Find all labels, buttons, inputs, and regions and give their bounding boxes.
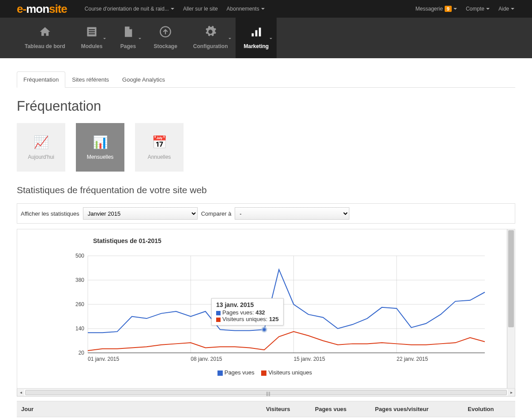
account-label: Compte bbox=[466, 6, 484, 12]
tile-label: Mensuelles bbox=[87, 154, 114, 160]
logo-e: e- bbox=[17, 2, 26, 16]
th-pages[interactable]: Pages vues bbox=[311, 401, 371, 417]
svg-text:22 janv. 2015: 22 janv. 2015 bbox=[397, 356, 428, 362]
tab-referrers[interactable]: Sites référents bbox=[65, 71, 116, 88]
caret-down-icon bbox=[103, 38, 106, 39]
account-dropdown[interactable]: Compte bbox=[461, 6, 494, 12]
horizontal-scrollbar[interactable]: ◂ ∥∥ ▸ bbox=[17, 389, 515, 397]
chart-inner: Statistiques de 01-2015 2014026038050001… bbox=[17, 229, 507, 388]
cell-pages: 120 bbox=[311, 417, 371, 419]
subscriptions-dropdown[interactable]: Abonnements bbox=[222, 6, 269, 12]
scrollbar-thumb[interactable] bbox=[508, 230, 514, 327]
site-name-dropdown[interactable]: Course d'orientation de nuit & raid... bbox=[80, 6, 179, 12]
cell-visitors: 31 bbox=[262, 417, 311, 419]
filter-row: Afficher les statistiques Janvier 2015 C… bbox=[17, 203, 515, 224]
tooltip-value: 125 bbox=[269, 316, 279, 322]
tooltip-label: Pages vues: bbox=[222, 309, 255, 316]
chart-today-icon: 📈 bbox=[34, 135, 49, 150]
stats-table: Jour Visiteurs Pages vues Pages vues/vis… bbox=[17, 401, 515, 419]
table-header-row: Jour Visiteurs Pages vues Pages vues/vis… bbox=[17, 401, 515, 417]
tooltip-row-1: Pages vues: 432 bbox=[216, 309, 279, 316]
scrollbar-thumb[interactable]: ∥∥ bbox=[25, 390, 507, 395]
svg-text:01 janv. 2015: 01 janv. 2015 bbox=[88, 356, 119, 362]
legend-label: Pages vues bbox=[225, 369, 255, 376]
svg-rect-1 bbox=[89, 29, 95, 30]
th-ratio[interactable]: Pages vues/visiteur bbox=[371, 401, 463, 417]
tooltip-value: 432 bbox=[255, 309, 265, 316]
show-stats-label: Afficher les statistiques bbox=[21, 210, 79, 217]
tile-label: Aujourd'hui bbox=[28, 154, 54, 160]
svg-point-26 bbox=[262, 327, 266, 332]
compare-select[interactable]: - bbox=[235, 207, 349, 220]
vertical-scrollbar[interactable] bbox=[507, 229, 515, 388]
bar-chart-icon bbox=[244, 26, 269, 43]
tooltip-label: Visiteurs uniques: bbox=[222, 316, 269, 322]
tile-today[interactable]: 📈 Aujourd'hui bbox=[17, 123, 65, 172]
nav-label: Tableau de bord bbox=[25, 43, 65, 49]
nav-pages[interactable]: Pages bbox=[110, 18, 146, 58]
go-to-site-link[interactable]: Aller sur le site bbox=[179, 6, 222, 12]
compare-label: Comparer à bbox=[201, 210, 232, 217]
page-title: Fréquentation bbox=[17, 98, 515, 114]
caret-down-icon bbox=[270, 38, 272, 39]
logo-mon: mon bbox=[26, 2, 49, 16]
chart-legend: Pages vues Visiteurs uniques bbox=[17, 367, 507, 379]
help-label: Aide bbox=[498, 6, 509, 12]
square-icon bbox=[216, 318, 221, 322]
svg-rect-7 bbox=[259, 28, 261, 37]
nav-dashboard[interactable]: Tableau de bord bbox=[17, 18, 73, 58]
caret-down-icon bbox=[229, 38, 231, 39]
tooltip-row-2: Visiteurs uniques: 125 bbox=[216, 316, 279, 322]
sub-tabs: Fréquentation Sites référents Google Ana… bbox=[17, 71, 515, 88]
tab-google-analytics[interactable]: Google Analytics bbox=[116, 71, 172, 88]
messaging-dropdown[interactable]: Messagerie 9 bbox=[411, 6, 461, 12]
nav-modules[interactable]: Modules bbox=[73, 18, 111, 58]
nav-label: Pages bbox=[120, 43, 136, 49]
caret-down-icon bbox=[139, 38, 141, 39]
file-icon bbox=[118, 26, 138, 43]
chart-tooltip: 13 janv. 2015 Pages vues: 432 Visiteurs … bbox=[211, 298, 284, 325]
svg-text:500: 500 bbox=[75, 253, 84, 259]
th-bar bbox=[59, 401, 262, 417]
nav-configuration[interactable]: Configuration bbox=[185, 18, 236, 58]
nav-marketing[interactable]: Marketing bbox=[236, 18, 277, 58]
square-icon bbox=[261, 370, 266, 376]
period-select[interactable]: Janvier 2015 bbox=[83, 207, 198, 220]
caret-down-icon bbox=[453, 8, 457, 10]
svg-rect-6 bbox=[255, 30, 257, 37]
top-left-menu: Course d'orientation de nuit & raid... A… bbox=[80, 6, 411, 12]
th-visitors[interactable]: Visiteurs bbox=[262, 401, 311, 417]
scroll-right-button[interactable]: ▸ bbox=[508, 390, 515, 395]
help-dropdown[interactable]: Aide bbox=[494, 6, 519, 12]
svg-rect-3 bbox=[89, 34, 95, 34]
tab-frequentation[interactable]: Fréquentation bbox=[17, 71, 65, 88]
chart-title: Statistiques de 01-2015 bbox=[93, 237, 161, 244]
th-evolution[interactable]: Evolution bbox=[463, 401, 515, 417]
logo-site: site bbox=[49, 2, 67, 16]
tile-monthly[interactable]: 📊 Mensuelles bbox=[76, 123, 124, 172]
chart-monthly-icon: 📊 bbox=[93, 135, 108, 150]
subscriptions-label: Abonnements bbox=[227, 6, 259, 12]
caret-down-icon bbox=[511, 8, 514, 10]
nav-label: Configuration bbox=[193, 43, 228, 49]
th-day[interactable]: Jour bbox=[17, 401, 59, 417]
cell-day: 01/01 bbox=[17, 417, 59, 419]
nav-storage[interactable]: Stockage bbox=[146, 18, 185, 58]
scroll-left-button[interactable]: ◂ bbox=[17, 390, 24, 395]
tile-label: Annuelles bbox=[148, 154, 171, 160]
logo[interactable]: e-monsite bbox=[17, 2, 67, 16]
tile-yearly[interactable]: 📅 Annuelles bbox=[135, 123, 184, 172]
chart-yearly-icon: 📅 bbox=[152, 135, 167, 150]
svg-rect-5 bbox=[251, 34, 254, 37]
messaging-badge: 9 bbox=[445, 6, 452, 12]
table-body: 01/01311203.870% ➜ bbox=[17, 417, 515, 419]
svg-text:260: 260 bbox=[75, 301, 84, 307]
cell-evolution: 0% ➜ bbox=[463, 417, 515, 419]
cell-bar bbox=[59, 417, 262, 419]
main-nav: Tableau de bord Modules Pages Stockage C… bbox=[0, 18, 532, 58]
nav-label: Modules bbox=[81, 43, 103, 49]
top-bar: e-monsite Course d'orientation de nuit &… bbox=[0, 0, 532, 18]
view-tiles: 📈 Aujourd'hui 📊 Mensuelles 📅 Annuelles bbox=[17, 123, 515, 172]
cell-ratio: 3.87 bbox=[371, 417, 463, 419]
scroll-track[interactable]: ∥∥ bbox=[24, 389, 508, 396]
